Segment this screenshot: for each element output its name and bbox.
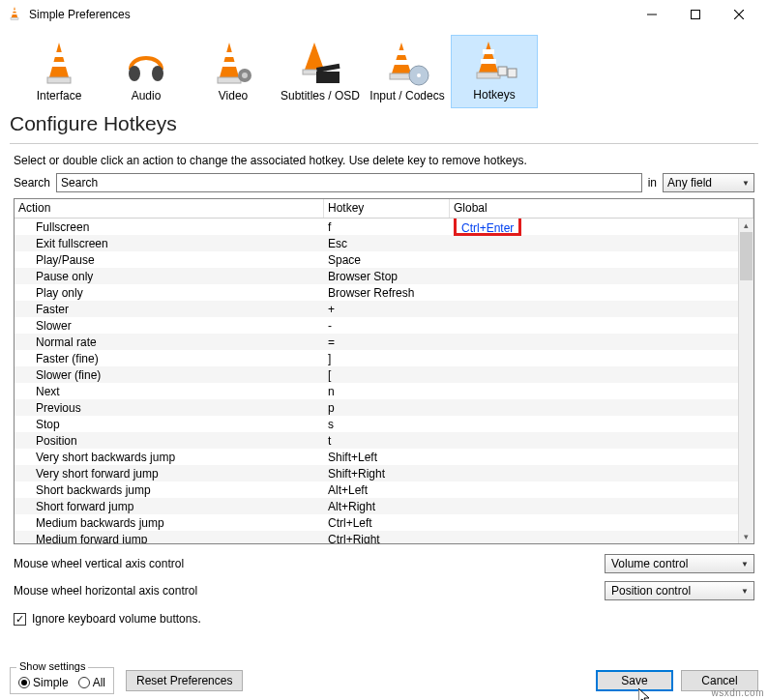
hotkey-cell: f (324, 220, 450, 234)
hotkey-cell: Space (324, 253, 450, 267)
svg-rect-10 (53, 52, 65, 57)
category-input-codecs[interactable]: Input / Codecs (364, 37, 451, 108)
action-cell: Next (15, 385, 324, 398)
table-row[interactable]: Slower- (15, 317, 753, 334)
category-audio[interactable]: Audio (103, 37, 190, 108)
scroll-down-icon[interactable]: ▾ (739, 530, 753, 543)
save-button[interactable]: Save (596, 670, 673, 691)
scroll-thumb[interactable] (740, 232, 753, 280)
highlighted-global: Ctrl+Enter (454, 219, 521, 236)
horizontal-axis-select[interactable]: Position control (605, 581, 754, 600)
table-row[interactable]: FullscreenfCtrl+Enter (15, 219, 753, 235)
table-row[interactable]: Very short backwards jumpShift+Left (15, 449, 753, 465)
table-row[interactable]: Faster+ (15, 301, 753, 317)
titlebar: Simple Preferences (0, 0, 768, 29)
table-row[interactable]: Normal rate= (15, 334, 753, 350)
table-row[interactable]: Stops (15, 416, 753, 432)
column-header-action[interactable]: Action (15, 199, 324, 218)
page-title: Configure Hotkeys (0, 108, 768, 143)
table-row[interactable]: Positiont (15, 432, 753, 449)
table-row[interactable]: Short forward jumpAlt+Right (15, 498, 753, 514)
category-interface[interactable]: Interface (15, 37, 103, 108)
table-row[interactable]: Short backwards jumpAlt+Left (15, 481, 753, 498)
table-row[interactable]: Play/PauseSpace (15, 251, 753, 268)
search-label: Search (14, 176, 50, 190)
action-cell: Slower (15, 319, 324, 333)
table-row[interactable]: Nextn (15, 383, 753, 399)
table-row[interactable]: Exit fullscreenEsc (15, 235, 753, 251)
action-cell: Very short backwards jump (15, 451, 324, 464)
hotkey-cell: p (324, 401, 450, 415)
mouse-options: Mouse wheel vertical axis control Volume… (0, 544, 768, 626)
radio-all-label: All (93, 676, 105, 689)
table-row[interactable]: Very short forward jumpShift+Right (15, 465, 753, 481)
svg-point-29 (417, 73, 421, 77)
search-row: Search in Any field (0, 173, 768, 198)
action-cell: Short forward jump (15, 500, 324, 513)
table-row[interactable]: Slower (fine)[ (15, 366, 753, 383)
reset-preferences-button[interactable]: Reset Preferences (126, 670, 243, 691)
hotkey-cell: Alt+Right (324, 500, 450, 513)
hotkey-cell: ] (324, 352, 450, 365)
table-row[interactable]: Medium backwards jumpCtrl+Left (15, 514, 753, 531)
category-subtitles[interactable]: Subtitles / OSD (277, 37, 364, 108)
action-cell: Short backwards jump (15, 483, 324, 497)
table-body: FullscreenfCtrl+EnterExit fullscreenEscP… (15, 219, 753, 543)
column-header-hotkey[interactable]: Hotkey (324, 199, 450, 218)
in-label: in (648, 176, 657, 190)
cone-disc-icon (366, 41, 449, 87)
svg-rect-2 (13, 10, 16, 12)
category-hotkeys[interactable]: Hotkeys (451, 35, 538, 108)
table-row[interactable]: Medium forward jumpCtrl+Right (15, 531, 753, 543)
watermark: wsxdn.com (711, 687, 764, 698)
hotkey-cell: [ (324, 368, 450, 382)
search-input[interactable] (56, 173, 642, 192)
category-bar: Interface Audio Video Subtitles / OSD In… (0, 29, 768, 108)
radio-simple[interactable]: Simple (18, 676, 69, 689)
hotkey-cell: Ctrl+Left (324, 516, 450, 530)
hotkey-cell: s (324, 418, 450, 431)
svg-point-12 (129, 66, 140, 81)
action-cell: Faster (fine) (15, 352, 324, 365)
svg-rect-11 (51, 62, 67, 67)
table-row[interactable]: Previousp (15, 399, 753, 416)
scroll-up-icon[interactable]: ▴ (739, 219, 753, 232)
svg-marker-20 (305, 43, 324, 70)
hotkey-cell: Ctrl+Right (324, 533, 450, 544)
radio-all[interactable]: All (78, 676, 105, 689)
table-row[interactable]: Faster (fine)] (15, 350, 753, 366)
hotkey-cell: t (324, 434, 450, 448)
svg-rect-16 (223, 52, 235, 57)
search-field-select[interactable]: Any field (663, 173, 754, 192)
svg-rect-32 (483, 49, 494, 54)
minimize-button[interactable] (630, 1, 673, 28)
maximize-button[interactable] (673, 1, 717, 28)
ignore-kb-label: Ignore keyboard volume buttons. (32, 612, 201, 626)
table-header: Action Hotkey Global (15, 199, 753, 219)
hotkey-cell: + (324, 303, 450, 316)
scrollbar[interactable]: ▴ ▾ (738, 219, 753, 543)
table-row[interactable]: Pause onlyBrowser Stop (15, 268, 753, 284)
close-button[interactable] (717, 1, 760, 28)
svg-rect-35 (508, 69, 517, 77)
svg-rect-1 (11, 17, 18, 19)
svg-marker-30 (479, 42, 498, 73)
svg-rect-15 (218, 77, 241, 83)
hotkey-cell: Alt+Left (324, 483, 450, 497)
svg-rect-26 (396, 50, 407, 55)
ignore-kb-checkbox-row[interactable]: Ignore keyboard volume buttons. (14, 608, 754, 626)
column-header-global[interactable]: Global (450, 199, 753, 218)
checkbox-icon[interactable] (14, 613, 26, 626)
global-cell: Ctrl+Enter (450, 219, 753, 236)
action-cell: Stop (15, 418, 324, 431)
category-label: Audio (104, 89, 188, 102)
hotkey-cell: n (324, 385, 450, 398)
vertical-axis-select[interactable]: Volume control (605, 554, 754, 573)
horizontal-axis-label: Mouse wheel horizontal axis control (14, 584, 197, 598)
category-label: Hotkeys (454, 88, 535, 102)
category-video[interactable]: Video (190, 37, 277, 108)
table-row[interactable]: Play onlyBrowser Refresh (15, 284, 753, 301)
horizontal-axis-value: Position control (611, 584, 691, 598)
cone-clapboard-icon (279, 41, 362, 87)
search-field-value: Any field (667, 176, 712, 190)
